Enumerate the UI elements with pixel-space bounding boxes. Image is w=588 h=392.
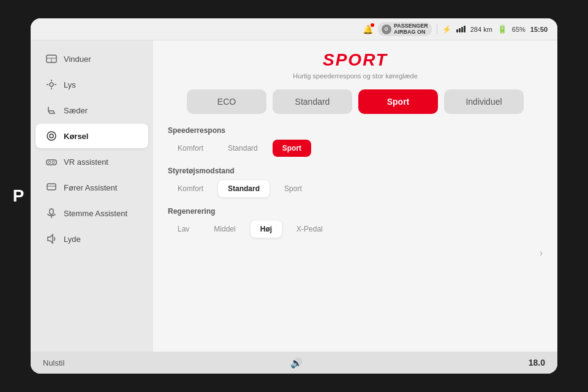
styretoj-options: Komfort Standard Sport — [168, 180, 543, 197]
svg-point-11 — [48, 161, 51, 164]
mic-icon — [45, 207, 58, 219]
regenerering-label: Regenerering — [168, 207, 543, 216]
styretoj-label: Styretøjsmodstand — [168, 167, 543, 175]
main-screen: 🔔 ⊙ PASSENGER AIRBAG ON ⚡ 284 km 🔋 65% 1… — [31, 18, 557, 374]
range-display: 284 km — [470, 26, 492, 33]
airbag-icon: ⊙ — [382, 24, 391, 34]
sidebar-item-stemme[interactable]: Stemme Assistent — [36, 201, 148, 225]
drive-icon — [45, 130, 58, 142]
svg-rect-10 — [47, 160, 56, 165]
mode-buttons: ECO Standard Sport Individuel — [168, 89, 543, 114]
sidebar-item-vr[interactable]: VR assistent — [36, 149, 148, 174]
sidebar-label-vr: VR assistent — [64, 157, 108, 167]
sidebar-item-korsel[interactable]: Kørsel — [36, 124, 148, 148]
setting-speederrespons: Speederrespons Komfort Standard Sport — [168, 126, 543, 157]
svg-rect-15 — [50, 209, 53, 214]
clock: 15:50 — [530, 26, 548, 33]
sidebar-item-lys[interactable]: Lys — [36, 72, 148, 97]
drive-mode-subtitle: Hurtig speederrespons og stor køreglæde — [168, 72, 543, 80]
seat-icon — [45, 104, 58, 116]
speederrespons-sport[interactable]: Sport — [273, 140, 311, 157]
mode-btn-standard[interactable]: Standard — [273, 89, 352, 114]
content-panel: SPORT Hurtig speederrespons og stor køre… — [153, 40, 557, 352]
sidebar-label-forer: Fører Assistent — [64, 183, 117, 192]
battery-percent: 65% — [512, 26, 526, 33]
styretoj-standard[interactable]: Standard — [218, 180, 270, 197]
notification-bell[interactable]: 🔔 — [363, 24, 373, 34]
svg-point-12 — [52, 161, 55, 164]
styretoj-sport[interactable]: Sport — [274, 180, 312, 197]
bluetooth-icon: ⚡ — [442, 25, 451, 34]
sidebar-label-lys: Lys — [64, 80, 76, 89]
regenerering-lav[interactable]: Lav — [168, 221, 199, 238]
svg-point-8 — [47, 132, 56, 140]
driver-icon — [45, 181, 58, 194]
vr-icon — [45, 156, 58, 168]
sidebar-label-lyde: Lyde — [64, 235, 81, 244]
speederrespons-options: Komfort Standard Sport — [168, 140, 543, 157]
light-icon — [45, 78, 58, 91]
setting-regenerering: Regenerering Lav Middel Høj X-Pedal — [168, 207, 543, 238]
svg-marker-17 — [48, 235, 53, 243]
battery-icon: 🔋 — [497, 24, 507, 34]
sidebar-item-vinduer[interactable]: Vinduer — [36, 47, 148, 71]
sidebar-label-saeder: Sæder — [64, 106, 88, 115]
mode-btn-eco[interactable]: ECO — [187, 89, 266, 114]
sidebar-item-lyde[interactable]: Lyde — [36, 227, 148, 251]
more-arrow: › — [168, 247, 543, 258]
sidebar-label-vinduer: Vinduer — [64, 55, 91, 64]
regenerering-middel[interactable]: Middel — [204, 221, 245, 238]
sidebar-label-stemme: Stemme Assistent — [64, 209, 127, 218]
window-icon — [45, 53, 58, 65]
signal-icon — [456, 26, 466, 32]
svg-point-9 — [50, 134, 53, 138]
speaker-icon[interactable]: 🔊 — [290, 357, 303, 369]
drive-mode-title: SPORT — [168, 50, 543, 70]
sound-icon — [45, 233, 58, 245]
bottom-value: 18.0 — [529, 358, 545, 368]
main-content: Vinduer Lys — [31, 40, 557, 352]
status-bar: 🔔 ⊙ PASSENGER AIRBAG ON ⚡ 284 km 🔋 65% 1… — [31, 18, 557, 40]
mode-btn-individuel[interactable]: Individuel — [444, 89, 524, 114]
sidebar: Vinduer Lys — [31, 40, 153, 352]
svg-point-3 — [50, 83, 53, 86]
nulstil-label[interactable]: Nulstil — [43, 358, 64, 368]
regenerering-xpedal[interactable]: X-Pedal — [287, 221, 333, 238]
regenerering-hoj[interactable]: Høj — [251, 221, 282, 238]
mode-btn-sport[interactable]: Sport — [358, 89, 438, 114]
speederrespons-standard[interactable]: Standard — [218, 140, 268, 157]
setting-styretoj: Styretøjsmodstand Komfort Standard Sport — [168, 167, 543, 197]
airbag-indicator: ⊙ PASSENGER AIRBAG ON — [378, 22, 432, 37]
bottom-bar: Nulstil 🔊 18.0 — [31, 352, 557, 374]
sidebar-item-forer[interactable]: Fører Assistent — [36, 175, 148, 200]
sidebar-label-korsel: Kørsel — [64, 132, 88, 141]
svg-rect-13 — [47, 184, 56, 190]
speederrespons-komfort[interactable]: Komfort — [168, 140, 213, 157]
speederrespons-label: Speederrespons — [168, 126, 543, 135]
styretoj-komfort[interactable]: Komfort — [168, 180, 213, 197]
sidebar-item-saeder[interactable]: Sæder — [36, 98, 148, 123]
regenerering-options: Lav Middel Høj X-Pedal — [168, 221, 543, 238]
